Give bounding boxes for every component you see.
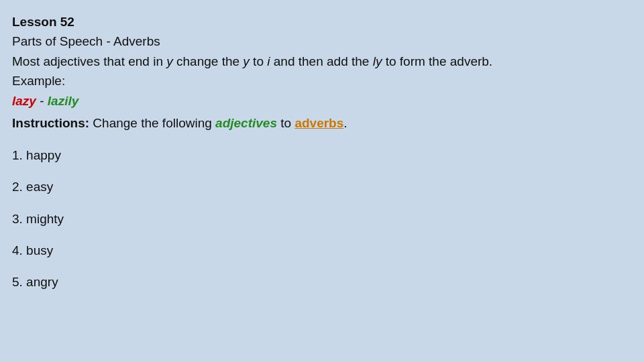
- instructions-period: .: [343, 116, 347, 130]
- example-lazily: lazily: [48, 94, 78, 108]
- desc-text-3: to: [250, 54, 267, 68]
- lesson-number: Lesson 52: [12, 12, 632, 32]
- instructions-line: Instructions: Change the following adjec…: [12, 113, 632, 133]
- example-label: Example:: [12, 71, 632, 90]
- lesson-description: Most adjectives that end in y change the…: [12, 52, 632, 71]
- desc-text-1: Most adjectives that end in: [12, 54, 166, 68]
- desc-ly: ly: [373, 54, 382, 68]
- instructions-bold: Instructions:: [12, 116, 89, 130]
- desc-y2: y: [243, 54, 250, 68]
- list-item: 3. mighty: [12, 209, 632, 229]
- example-line: lazy - lazily: [12, 91, 632, 111]
- list-item: 4. busy: [12, 241, 632, 260]
- example-lazy: lazy: [12, 94, 36, 108]
- desc-text-5: to form the adverb.: [382, 54, 492, 68]
- list-item: 5. angry: [12, 272, 632, 292]
- desc-text-4: and then add the: [270, 54, 372, 68]
- page-content: Lesson 52 Parts of Speech - Adverbs Most…: [0, 0, 644, 304]
- desc-y1: y: [166, 54, 173, 68]
- instructions-text-1: Change the following: [89, 116, 215, 130]
- list-item: 2. easy: [12, 177, 632, 196]
- instructions-adjectives: adjectives: [215, 116, 277, 130]
- lesson-subtitle: Parts of Speech - Adverbs: [12, 32, 632, 51]
- instructions-adverbs: adverbs: [294, 116, 343, 130]
- exercise-list: 1. happy2. easy3. mighty4. busy5. angry: [12, 145, 632, 292]
- desc-text-2: change the: [173, 54, 244, 68]
- list-item: 1. happy: [12, 145, 632, 165]
- instructions-text-2: to: [277, 116, 294, 130]
- example-dash: -: [36, 94, 48, 108]
